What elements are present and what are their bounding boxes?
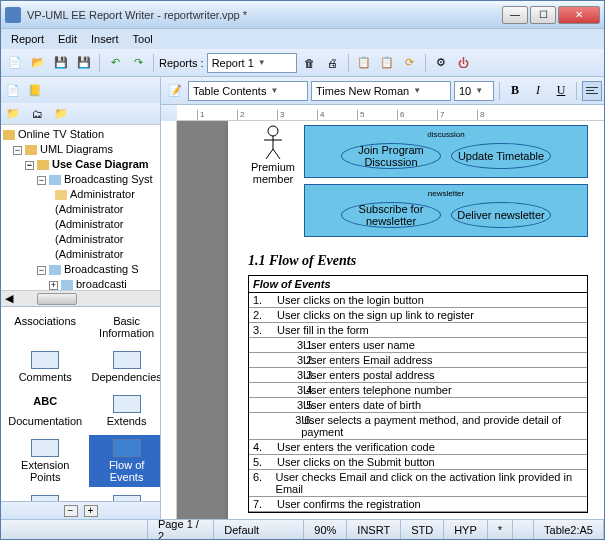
- status-zoom[interactable]: 90%: [304, 520, 347, 539]
- usecase-deliver: Deliver newsletter: [451, 202, 551, 228]
- font-combo[interactable]: Times New Roman▼: [311, 81, 451, 101]
- flow-row[interactable]: 3.5.User enters date of birth: [249, 398, 587, 413]
- export-icon[interactable]: 📋: [354, 53, 374, 73]
- section-heading[interactable]: 1.1 Flow of Events: [248, 253, 588, 269]
- flow-row[interactable]: 7.User confirms the registration: [249, 497, 587, 512]
- use-case-diagram: Premium member discussion Join Program D…: [248, 125, 588, 243]
- svg-line-3: [266, 149, 273, 159]
- delete-icon[interactable]: 🗑: [300, 53, 320, 73]
- export2-icon[interactable]: 📋: [377, 53, 397, 73]
- menu-tool[interactable]: Tool: [127, 31, 159, 47]
- status-hyp[interactable]: HYP: [444, 520, 488, 539]
- flow-row[interactable]: 3.4.User enters telephone number: [249, 383, 587, 398]
- status-page[interactable]: Page 1 / 2: [148, 520, 214, 539]
- svg-point-0: [268, 126, 278, 136]
- prev-button[interactable]: −: [64, 505, 78, 517]
- reports-combo[interactable]: Report 1▼: [207, 53, 297, 73]
- size-combo[interactable]: 10▼: [454, 81, 494, 101]
- open-icon[interactable]: 📂: [28, 53, 48, 73]
- document-canvas[interactable]: Premium member discussion Join Program D…: [161, 121, 605, 519]
- tree-toolbar: 📄 📒: [1, 77, 160, 103]
- style-combo[interactable]: Table Contents▼: [188, 81, 308, 101]
- next-button[interactable]: +: [84, 505, 98, 517]
- model-tree[interactable]: Online TV Station −UML Diagrams −Use Cas…: [1, 125, 160, 290]
- palette-basic-info[interactable]: Basic Information: [89, 311, 160, 343]
- flow-row[interactable]: 3.6.User selects a payment method, and p…: [249, 413, 587, 440]
- flow-row[interactable]: 3.3.User enters postal address: [249, 368, 587, 383]
- table-header: Flow of Events: [249, 276, 587, 293]
- usecase-join-discussion: Join Program Discussion: [341, 143, 441, 169]
- palette-dependencies[interactable]: Dependencies: [89, 347, 160, 387]
- save-as-icon[interactable]: 💾: [74, 53, 94, 73]
- palette-flow-of-events[interactable]: Flow of Events: [89, 435, 160, 487]
- menu-insert[interactable]: Insert: [85, 31, 125, 47]
- palette-comments[interactable]: Comments: [5, 347, 85, 387]
- palette-generalizations[interactable]: Generalizations: [5, 491, 85, 501]
- separator: [425, 54, 426, 72]
- options-icon[interactable]: ⚙: [431, 53, 451, 73]
- svg-line-4: [273, 149, 280, 159]
- palette-documentation[interactable]: ABCDocumentation: [5, 391, 85, 431]
- palette-associations[interactable]: Associations: [5, 311, 85, 343]
- palette-extension-points[interactable]: Extension Points: [5, 435, 85, 487]
- save-icon[interactable]: 💾: [51, 53, 71, 73]
- flow-row[interactable]: 2.User clicks on the sign up link to reg…: [249, 308, 587, 323]
- status-bar: Page 1 / 2 Default 90% INSRT STD HYP * T…: [1, 519, 604, 539]
- underline-button[interactable]: U: [551, 81, 571, 101]
- menu-edit[interactable]: Edit: [52, 31, 83, 47]
- status-sel[interactable]: *: [488, 520, 513, 539]
- flow-of-events-table[interactable]: Flow of Events 1.User clicks on the logi…: [248, 275, 588, 513]
- new-icon[interactable]: 📄: [5, 53, 25, 73]
- usecase-subscribe: Subscribe for newsletter: [341, 202, 441, 228]
- flow-row[interactable]: 3.1.User enters user name: [249, 338, 587, 353]
- newsletter-group: newsletter Subscribe for newsletter Deli…: [304, 184, 588, 237]
- vertical-ruler[interactable]: [161, 121, 177, 519]
- palette-footer: − +: [1, 501, 160, 519]
- palette-includes[interactable]: Includes: [89, 491, 160, 501]
- editor-toolbar: 📝 Table Contents▼ Times New Roman▼ 10▼ B…: [161, 77, 605, 105]
- flow-row[interactable]: 3.2.User enters Email address: [249, 353, 587, 368]
- maximize-button[interactable]: ☐: [530, 6, 556, 24]
- editor-panel: 📝 Table Contents▼ Times New Roman▼ 10▼ B…: [161, 77, 605, 519]
- status-insert[interactable]: INSRT: [347, 520, 401, 539]
- status-std[interactable]: STD: [401, 520, 444, 539]
- usecase-update-timetable: Update Timetable: [451, 143, 551, 169]
- status-cell-ref[interactable]: Table2:A5: [534, 520, 604, 539]
- flow-row[interactable]: 5.User clicks on the Submit button: [249, 455, 587, 470]
- left-panel: 📄 📒 📁 🗂 📁 Online TV Station −UML Diagram…: [1, 77, 161, 519]
- minimize-button[interactable]: —: [502, 6, 528, 24]
- reports-label: Reports :: [159, 57, 204, 69]
- separator: [153, 54, 154, 72]
- doc-icon[interactable]: 📄: [3, 80, 23, 100]
- flow-row[interactable]: 1.User clicks on the login button: [249, 293, 587, 308]
- flow-row[interactable]: 4.User enters the verification code: [249, 440, 587, 455]
- actor-premium-member: Premium member: [248, 125, 298, 185]
- menu-report[interactable]: Report: [5, 31, 50, 47]
- close-button[interactable]: ✕: [558, 6, 600, 24]
- refresh-icon[interactable]: ⟳: [400, 53, 420, 73]
- separator: [348, 54, 349, 72]
- undo-icon[interactable]: ↶: [105, 53, 125, 73]
- status-style[interactable]: Default: [214, 520, 304, 539]
- print-icon[interactable]: 🖨: [323, 53, 343, 73]
- page[interactable]: Premium member discussion Join Program D…: [228, 121, 605, 519]
- bold-button[interactable]: B: [505, 81, 525, 101]
- palette-extends[interactable]: Extends: [89, 391, 160, 431]
- mode-icon[interactable]: 📝: [165, 81, 185, 101]
- tree-btn2[interactable]: 🗂: [27, 104, 47, 124]
- palette-panel: Associations Basic Information Comments …: [1, 307, 160, 501]
- window-title: VP-UML EE Report Writer - reportwriter.v…: [27, 9, 500, 21]
- italic-button[interactable]: I: [528, 81, 548, 101]
- tree-btn1[interactable]: 📁: [3, 104, 23, 124]
- tree-scrollbar[interactable]: ◀: [1, 290, 160, 306]
- tree-btn3[interactable]: 📁: [51, 104, 71, 124]
- horizontal-ruler[interactable]: 12345678: [177, 105, 605, 121]
- folder-icon[interactable]: 📒: [25, 80, 45, 100]
- align-left-button[interactable]: [582, 81, 602, 101]
- flow-row[interactable]: 6.User checks Email and click on the act…: [249, 470, 587, 497]
- power-icon[interactable]: ⏻: [454, 53, 474, 73]
- redo-icon[interactable]: ↷: [128, 53, 148, 73]
- tree-panel: 📄 📒 📁 🗂 📁 Online TV Station −UML Diagram…: [1, 77, 160, 307]
- flow-row[interactable]: 3.User fill in the form: [249, 323, 587, 338]
- titlebar: VP-UML EE Report Writer - reportwriter.v…: [1, 1, 604, 29]
